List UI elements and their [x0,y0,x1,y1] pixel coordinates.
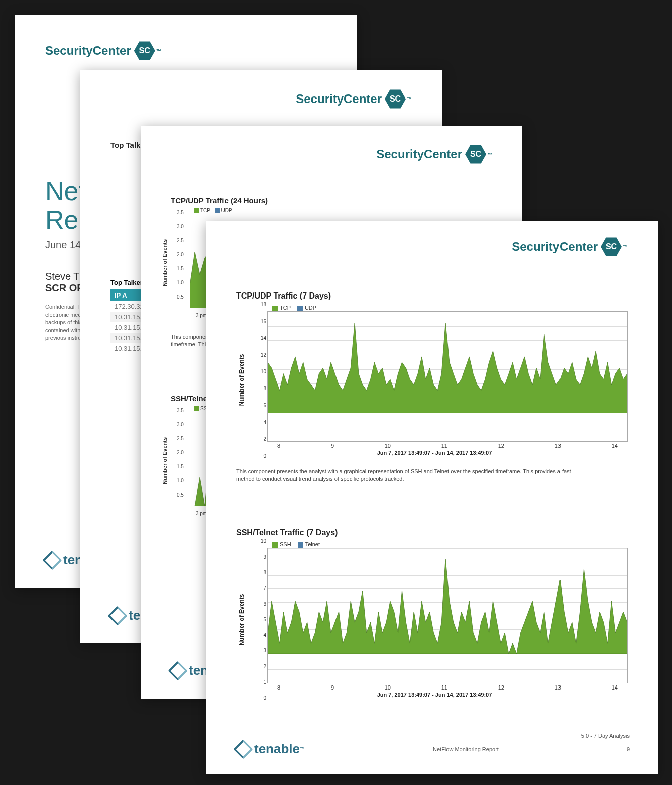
tcp-udp-7day-chart: TCP UDP Number of Events 181614121086420… [241,305,628,456]
tenable-logo: tenable™ [236,741,305,757]
y-ticks: 109876543210 [256,538,266,701]
tcp-udp-24h-title: TCP/UDP Traffic (24 Hours) [171,196,492,205]
chart-legend: SSH Telnet [267,541,628,548]
footer-report-name: NetFlow Monitoring Report [305,746,627,752]
x-axis-label: Jun 7, 2017 13:49:07 - Jun 14, 2017 13:4… [241,450,628,456]
brand-text: SecurityCenter [296,92,382,106]
y-axis-label: Number of Events [238,354,245,406]
footer-section: 5.0 - 7 Day Analysis [581,733,630,739]
brand-hex-icon: SC [465,144,486,165]
securitycenter-logo: SecurityCenter SC ™ [376,144,492,165]
footer-page-number: 9 [627,746,630,752]
ssh-telnet-7day-title: SSH/Telnet Traffic (7 Days) [236,528,628,537]
x-tick: 3 pm [196,313,207,318]
brand-hex-icon: SC [601,236,622,257]
tcp-udp-7day-title: TCP/UDP Traffic (7 Days) [236,291,628,301]
traffic-7day-page: SecurityCenter SC ™ TCP/UDP Traffic (7 D… [206,221,658,774]
securitycenter-logo: SecurityCenter SC ™ [512,236,628,257]
y-ticks: 181614121086420 [256,302,266,459]
legend-label: Telnet [305,541,320,547]
chart-plot-area [267,311,628,442]
legend-swatch-icon [272,306,278,311]
y-ticks: 3.53.02.52.01.51.00.5 [177,206,184,304]
brand-hex-icon: SC [385,88,406,110]
tenable-ring-icon [233,739,253,759]
ssh-telnet-7day-chart: SSH Telnet Number of Events 109876543210… [241,541,628,698]
legend-swatch-icon [298,542,303,548]
area-plot-svg [268,548,627,654]
trademark-icon: ™ [623,244,628,250]
securitycenter-logo: SecurityCenter SC ™ [296,88,412,110]
brand-text: SecurityCenter [45,44,131,58]
legend-swatch-icon [272,542,278,548]
svg-marker-3 [268,323,627,413]
tenable-ring-icon [42,550,62,570]
legend-swatch-icon [297,306,303,311]
trademark-icon: ™ [487,152,492,157]
tenable-text: tenable [254,741,300,757]
chart-legend: TCP UDP [267,305,628,311]
legend-label: SSH [280,541,291,547]
brand-hex-icon: SC [134,40,155,61]
y-axis-label: Number of Events [162,437,168,484]
tenable-ring-icon [107,606,128,626]
legend-label: UDP [305,305,316,311]
y-axis-label: Number of Events [238,594,245,645]
trademark-icon: ™ [407,96,412,102]
brand-text: SecurityCenter [376,147,462,161]
y-ticks: 3.53.02.52.01.51.00.5 [177,404,184,502]
page-footer: tenable™ NetFlow Monitoring Report 9 [236,741,630,757]
brand-text: SecurityCenter [512,240,598,254]
x-ticks: 891011121314 [267,442,628,449]
chart-plot-area [267,548,628,683]
area-plot-svg [268,312,627,413]
x-ticks: 891011121314 [267,683,628,691]
tenable-ring-icon [168,661,188,681]
trademark-icon: ™ [300,746,305,752]
y-axis-label: Number of Events [162,239,168,286]
trademark-icon: ™ [156,48,161,54]
svg-marker-5 [268,559,627,654]
chart-description: This component presents the analyst with… [236,468,588,483]
legend-label: TCP [280,305,291,311]
securitycenter-logo: SecurityCenter SC ™ [45,40,326,61]
x-tick: 3 pm [196,511,207,516]
x-axis-label: Jun 7, 2017 13:49:07 - Jun 14, 2017 13:4… [241,692,628,698]
